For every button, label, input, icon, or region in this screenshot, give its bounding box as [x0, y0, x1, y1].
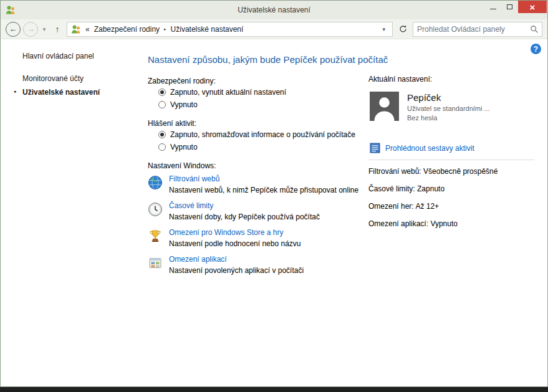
- search-input[interactable]: [413, 25, 527, 34]
- sidebar: Hlavní ovládací panel Monitorované účty …: [1, 39, 139, 386]
- setting-texts: Omezení pro Windows Store a hry Nastaven…: [169, 228, 301, 248]
- sidebar-item-monitored-accounts[interactable]: Monitorované účty: [22, 74, 84, 83]
- maximize-icon: [507, 4, 512, 9]
- setting-texts: Omezení aplikací Nastavení povolených ap…: [169, 255, 304, 275]
- screen: Uživatelské nastavení ← →: [0, 0, 548, 392]
- taskbar-strip: [0, 387, 548, 392]
- radio-checked-icon[interactable]: [158, 131, 166, 138]
- radio-checked-icon[interactable]: [158, 88, 166, 96]
- user-name: Pepíček: [407, 92, 441, 103]
- setting-time-limits: Časové limity Nastavení doby, kdy Pepíče…: [148, 201, 320, 221]
- radio-label: Vypnuto: [170, 100, 198, 109]
- apps-icon: [148, 256, 163, 270]
- globe-icon: [148, 175, 163, 190]
- radio-unchecked-icon[interactable]: [158, 143, 166, 151]
- back-icon: ←: [9, 24, 17, 34]
- stat-label: Omezení her:: [368, 202, 414, 211]
- breadcrumb-item-family-safety[interactable]: Zabezpečení rodiny: [91, 25, 163, 34]
- radio-unchecked-icon[interactable]: [158, 101, 166, 108]
- setting-web-filtering: Filtrování webů Nastavení webů, k nimž P…: [148, 174, 358, 194]
- setting-texts: Časové limity Nastavení doby, kdy Pepíče…: [169, 201, 320, 221]
- search-box: [413, 22, 542, 37]
- windows-settings-section-label: Nastavení Windows:: [148, 161, 216, 170]
- radio-activity-reporting-off[interactable]: Vypnuto: [158, 143, 198, 151]
- setting-texts: Filtrování webů Nastavení webů, k nimž P…: [169, 174, 358, 194]
- forward-icon: →: [27, 24, 35, 34]
- setting-store-game-restrictions: Omezení pro Windows Store a hry Nastaven…: [148, 228, 301, 248]
- recent-pages-dropdown[interactable]: ▾: [41, 26, 48, 32]
- refresh-icon: [398, 24, 408, 34]
- family-safety-section-label: Zabezpečení rodiny:: [148, 77, 216, 85]
- current-settings-panel: Aktuální nastavení: Pepíček Uživatel se …: [368, 39, 540, 386]
- stat-time-limits: Časové limity: Zapnuto: [368, 184, 445, 193]
- radio-label: Zapnuto, shromažďovat informace o použív…: [170, 130, 355, 139]
- titlebar: Uživatelské nastavení: [1, 1, 547, 19]
- sidebar-item-label: Uživatelské nastavení: [22, 88, 100, 97]
- family-safety-icon: [71, 24, 81, 34]
- page-title: Nastavení způsobu, jakým bude Pepíček po…: [148, 54, 388, 65]
- user-password-status: Bez hesla: [407, 114, 437, 122]
- main-panel: Nastavení způsobu, jakým bude Pepíček po…: [148, 39, 370, 386]
- radio-family-safety-on[interactable]: Zapnuto, vynutit aktuální nastavení: [158, 88, 286, 97]
- web-filtering-link[interactable]: Filtrování webů: [169, 174, 358, 183]
- control-panel-window: Uživatelské nastavení ← →: [0, 0, 548, 387]
- view-activity-reports-link[interactable]: Prohlédnout sestavy aktivit: [385, 144, 474, 153]
- setting-app-restrictions: Omezení aplikací Nastavení povolených ap…: [148, 255, 304, 275]
- forward-button[interactable]: →: [23, 22, 38, 37]
- store-game-restrictions-link[interactable]: Omezení pro Windows Store a hry: [169, 228, 301, 237]
- time-limits-description: Nastavení doby, kdy Pepíček používá počí…: [169, 213, 320, 221]
- sidebar-item-control-panel-home[interactable]: Hlavní ovládací panel: [22, 52, 94, 60]
- back-button[interactable]: ←: [6, 22, 21, 37]
- window-title: Uživatelské nastavení: [238, 6, 310, 14]
- minimize-button[interactable]: [484, 1, 501, 13]
- time-limits-link[interactable]: Časové limity: [169, 201, 320, 210]
- maximize-button[interactable]: [501, 1, 518, 13]
- radio-family-safety-off[interactable]: Vypnuto: [158, 100, 198, 109]
- stat-value: Až 12+: [415, 202, 439, 211]
- clock-icon: [148, 202, 163, 217]
- address-dropdown-icon[interactable]: ▾: [378, 26, 390, 32]
- sidebar-item-user-settings[interactable]: ● Uživatelské nastavení: [22, 88, 100, 97]
- close-icon: [530, 2, 536, 12]
- app-restrictions-link[interactable]: Omezení aplikací: [169, 255, 304, 264]
- stat-label: Časové limity:: [368, 184, 415, 193]
- user-avatar: [370, 92, 399, 121]
- family-safety-app-icon: [6, 5, 16, 15]
- current-settings-heading: Aktuální nastavení:: [368, 75, 432, 84]
- divider: [368, 160, 534, 160]
- app-restrictions-description: Nastavení povolených aplikací v počítači: [169, 266, 304, 275]
- stat-game-restrictions: Omezení her: Až 12+: [368, 202, 439, 211]
- stat-value: Vypnuto: [430, 219, 458, 228]
- navigation-toolbar: ← → ▾ ↑ « Za: [1, 19, 547, 39]
- stat-app-restrictions: Omezení aplikací: Vypnuto: [368, 219, 458, 228]
- minimize-icon: [490, 9, 496, 9]
- stat-value: Všeobecně prospěšné: [423, 167, 498, 176]
- breadcrumb-item-user-settings[interactable]: Uživatelské nastavení: [168, 25, 247, 34]
- radio-label: Vypnuto: [170, 143, 198, 151]
- radio-activity-reporting-on[interactable]: Zapnuto, shromažďovat informace o použív…: [158, 130, 355, 139]
- breadcrumb-overflow-icon[interactable]: «: [85, 25, 90, 34]
- stat-label: Omezení aplikací:: [368, 219, 428, 228]
- search-icon[interactable]: [527, 25, 542, 34]
- breadcrumb-separator-icon[interactable]: ▸: [163, 27, 168, 32]
- trophy-icon: [148, 229, 163, 244]
- refresh-button[interactable]: [395, 22, 410, 37]
- stat-web-filtering: Filtrování webů: Všeobecně prospěšné: [368, 167, 498, 176]
- web-filtering-description: Nastavení webů, k nimž Pepíček může přis…: [169, 186, 358, 194]
- radio-label: Zapnuto, vynutit aktuální nastavení: [170, 88, 286, 97]
- stat-label: Filtrování webů:: [368, 167, 421, 176]
- up-arrow-icon: ↑: [55, 24, 60, 34]
- activity-reporting-section-label: Hlášení aktivit:: [148, 119, 196, 128]
- activity-report-icon: [370, 143, 380, 153]
- content-area: ? Hlavní ovládací panel Monitorované účt…: [1, 39, 547, 386]
- view-activity-reports[interactable]: Prohlédnout sestavy aktivit: [370, 143, 474, 153]
- close-button[interactable]: [518, 1, 547, 13]
- chevron-down-icon: ▾: [43, 26, 46, 32]
- stat-value: Zapnuto: [417, 184, 445, 193]
- window-controls: [484, 1, 547, 13]
- up-button[interactable]: ↑: [50, 22, 64, 36]
- active-item-bullet-icon: ●: [14, 89, 16, 93]
- user-account-type: Uživatel se standardními ...: [407, 105, 490, 112]
- store-game-restrictions-description: Nastavení podle hodnocení nebo názvu: [169, 239, 301, 248]
- address-bar[interactable]: « Zabezpečení rodiny ▸ Uživatelské nasta…: [67, 22, 393, 37]
